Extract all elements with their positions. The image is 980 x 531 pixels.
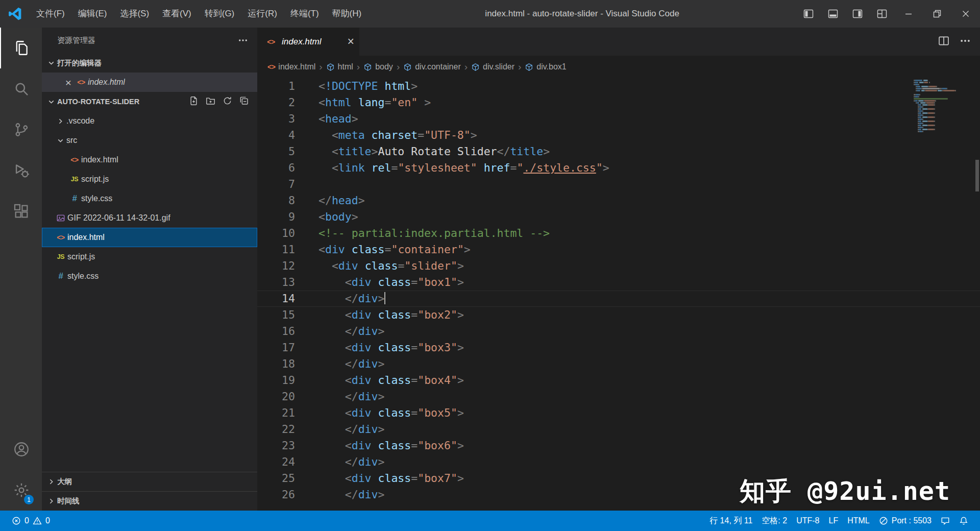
menu-item[interactable]: 转到(G) (198, 0, 241, 28)
tree-file[interactable]: #style.css (42, 189, 257, 208)
tab-label: index.html (282, 37, 321, 47)
menu-item[interactable]: 编辑(E) (71, 0, 114, 28)
js-file-icon: JS (54, 253, 67, 260)
code-line-16[interactable]: 16 </div> (257, 323, 980, 340)
code-line-2[interactable]: 2<html lang="en" > (257, 94, 980, 111)
minimap-line (914, 94, 971, 95)
file-name: style.css (67, 272, 99, 281)
code-line-20[interactable]: 20 </div> (257, 389, 980, 405)
more-actions-icon[interactable] (960, 35, 971, 49)
menu-item[interactable]: 终端(T) (284, 0, 326, 28)
menu-item[interactable]: 选择(S) (113, 0, 156, 28)
menu-item[interactable]: 查看(V) (156, 0, 198, 28)
code-editor[interactable]: 1<!DOCTYPE html>2<html lang="en" >3<head… (257, 78, 980, 511)
code-line-1[interactable]: 1<!DOCTYPE html> (257, 78, 980, 94)
code-line-17[interactable]: 17 <div class="box3"> (257, 340, 980, 356)
code-line-12[interactable]: 12 <div class="slider"> (257, 258, 980, 274)
minimize-button[interactable] (894, 0, 923, 28)
code-line-13[interactable]: 13 <div class="box1"> (257, 274, 980, 291)
code-line-10[interactable]: 10<!-- partial:index.partial.html --> (257, 225, 980, 242)
account-icon[interactable] (0, 429, 42, 470)
line-number: 12 (257, 258, 295, 274)
more-actions-icon[interactable] (238, 35, 248, 45)
new-folder-icon[interactable] (206, 96, 215, 107)
settings-icon[interactable]: 1 (0, 470, 42, 511)
tree-file[interactable]: GIF 2022-06-11 14-32-01.gif (42, 208, 257, 228)
code-line-14[interactable]: 14 </div> (257, 291, 980, 307)
menu-item[interactable]: 运行(R) (241, 0, 284, 28)
symbol-element-icon (471, 63, 480, 71)
source-control-icon[interactable] (0, 109, 42, 150)
timeline-section-header[interactable]: 时间线 (42, 491, 257, 511)
close-icon[interactable]: × (348, 36, 354, 47)
problems-indicator[interactable]: 0 0 (7, 511, 55, 531)
toggle-panel-icon[interactable] (821, 0, 845, 28)
project-section-header[interactable]: AUTO-ROTATE-SLIDER (42, 92, 257, 111)
run-debug-icon[interactable] (0, 150, 42, 191)
code-line-4[interactable]: 4 <meta charset="UTF-8"> (257, 127, 980, 143)
tree-folder[interactable]: .vscode (42, 111, 257, 131)
code-line-22[interactable]: 22 </div> (257, 421, 980, 438)
tree-file[interactable]: JSscript.js (42, 247, 257, 267)
split-editor-icon[interactable] (938, 35, 949, 49)
breadcrumb-item[interactable]: div.box1 (525, 62, 566, 71)
code-line-11[interactable]: 11<div class="container"> (257, 242, 980, 258)
toggle-secondary-sidebar-icon[interactable] (845, 0, 870, 28)
close-button[interactable] (951, 0, 980, 28)
outline-section-header[interactable]: 大纲 (42, 472, 257, 491)
tab-index-html[interactable]: <> index.html × (257, 28, 359, 56)
code-line-23[interactable]: 23 <div class="box6"> (257, 438, 980, 454)
code-line-9[interactable]: 9<body> (257, 209, 980, 225)
code-line-19[interactable]: 19 <div class="box4"> (257, 372, 980, 389)
code-line-5[interactable]: 5 <title>Auto Rotate Slider</title> (257, 143, 980, 160)
menu-item[interactable]: 文件(F) (30, 0, 71, 28)
line-number: 8 (257, 192, 295, 209)
minimap-line (914, 96, 971, 98)
breadcrumb-item[interactable]: html (326, 62, 353, 71)
breadcrumb-item[interactable]: <>index.html (267, 62, 315, 71)
minimap-line (914, 116, 971, 118)
toggle-primary-sidebar-icon[interactable] (796, 0, 821, 28)
open-editor-item[interactable]: ×<>index.html (42, 73, 257, 92)
feedback-icon[interactable] (936, 511, 954, 531)
new-file-icon[interactable] (189, 96, 199, 107)
customize-layout-icon[interactable] (870, 0, 894, 28)
code-line-15[interactable]: 15 <div class="box2"> (257, 307, 980, 323)
code-line-8[interactable]: 8</head> (257, 192, 980, 209)
breadcrumb-item[interactable]: body (363, 62, 393, 71)
code-line-18[interactable]: 18 </div> (257, 356, 980, 372)
cursor-position[interactable]: 行 14, 列 11 (705, 511, 757, 531)
tree-file[interactable]: <>index.html (42, 228, 257, 247)
tree-folder[interactable]: src (42, 131, 257, 150)
search-icon[interactable] (0, 68, 42, 109)
code-line-3[interactable]: 3<head> (257, 111, 980, 127)
code-line-7[interactable]: 7 (257, 176, 980, 192)
line-number: 13 (257, 274, 295, 291)
indentation-setting[interactable]: 空格: 2 (757, 511, 792, 531)
notifications-bell-icon[interactable] (954, 511, 973, 531)
minimap[interactable] (914, 80, 971, 133)
language-mode[interactable]: HTML (843, 511, 874, 531)
live-server-port[interactable]: Port : 5503 (874, 511, 936, 531)
breadcrumb-item[interactable]: div.container (403, 62, 461, 71)
restore-button[interactable] (923, 0, 951, 28)
breadcrumb-separator: › (397, 61, 400, 73)
code-line-21[interactable]: 21 <div class="box5"> (257, 405, 980, 421)
menu-item[interactable]: 帮助(H) (326, 0, 369, 28)
open-editors-header[interactable]: 打开的编辑器 (42, 53, 257, 73)
explorer-icon[interactable] (0, 28, 42, 68)
eol-setting[interactable]: LF (824, 511, 843, 531)
encoding-setting[interactable]: UTF-8 (792, 511, 824, 531)
html-file-icon: <> (75, 78, 88, 86)
code-line-6[interactable]: 6 <link rel="stylesheet" href="./style.c… (257, 160, 980, 176)
breadcrumb-item[interactable]: div.slider (471, 62, 514, 71)
tree-file[interactable]: #style.css (42, 267, 257, 286)
close-icon[interactable]: × (62, 77, 75, 88)
tree-file[interactable]: JSscript.js (42, 170, 257, 189)
extensions-icon[interactable] (0, 191, 42, 232)
code-line-24[interactable]: 24 </div> (257, 454, 980, 470)
tree-file[interactable]: <>index.html (42, 150, 257, 170)
refresh-icon[interactable] (223, 96, 232, 107)
collapse-all-icon[interactable] (239, 96, 249, 107)
vertical-scrollbar[interactable] (975, 160, 979, 191)
